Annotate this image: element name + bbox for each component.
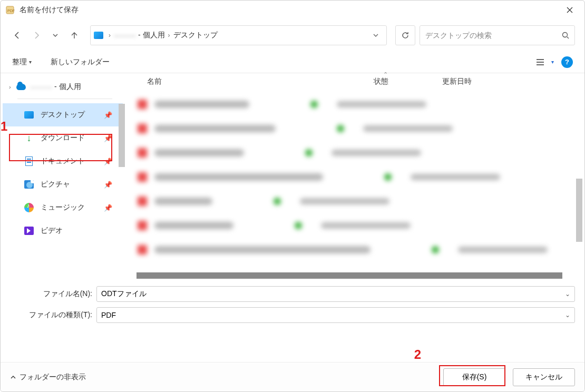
annotation-2: 2: [414, 347, 421, 362]
file-row[interactable]: [138, 238, 574, 262]
col-name[interactable]: 名前: [147, 77, 374, 86]
pin-icon[interactable]: 📌: [104, 181, 112, 189]
file-row[interactable]: [138, 213, 574, 238]
cancel-button[interactable]: キャンセル: [513, 368, 575, 386]
pin-icon[interactable]: 📌: [104, 111, 112, 119]
app-icon: PDF: [5, 5, 15, 15]
view-menu[interactable]: [535, 56, 548, 68]
search-icon[interactable]: [562, 32, 569, 39]
filetype-select[interactable]: PDF ⌄: [96, 307, 575, 323]
window-title: 名前を付けて保存: [19, 5, 559, 15]
breadcrumb[interactable]: › ——— - 個人用 › デスクトップ: [90, 25, 387, 45]
bottom-bar: フォルダーの非表示 保存(S) キャンセル: [1, 362, 584, 391]
divider: [17, 99, 112, 99]
sidebar-item-videos[interactable]: ビデオ: [3, 219, 123, 242]
vertical-scrollbar[interactable]: [576, 179, 582, 242]
nav-tree: › ——— - 個人用 デスクトップ 📌 ↓ ダウンロード 📌 ドキュメント 📌…: [1, 73, 125, 279]
breadcrumb-personal[interactable]: - 個人用: [137, 31, 166, 40]
forward-button[interactable]: [29, 28, 44, 43]
breadcrumb-leaf[interactable]: デスクトップ: [172, 31, 219, 40]
file-row[interactable]: [138, 165, 574, 189]
footer: ファイル名(N): ODTファイル ⌄ ファイルの種類(T): PDF ⌄: [1, 279, 584, 323]
onedrive-icon: [16, 84, 26, 90]
folder-icon: [94, 32, 103, 39]
back-button[interactable]: [10, 28, 25, 43]
toolbar: 整理▾ 新しいフォルダー ▾ ?: [1, 51, 584, 73]
file-row[interactable]: [138, 189, 574, 213]
up-button[interactable]: [67, 28, 82, 43]
file-rows: [125, 90, 584, 262]
sidebar-label: ピクチャ: [41, 180, 70, 189]
pin-icon[interactable]: 📌: [104, 204, 112, 212]
sidebar-item-pictures[interactable]: ピクチャ 📌: [3, 173, 123, 196]
search-input[interactable]: [425, 31, 562, 40]
title-bar: PDF 名前を付けて保存: [1, 1, 584, 19]
expand-icon[interactable]: ›: [9, 84, 16, 90]
nav-bar: › ——— - 個人用 › デスクトップ: [1, 19, 584, 51]
breadcrumb-redacted[interactable]: ———: [113, 31, 137, 40]
download-icon: ↓: [24, 133, 34, 143]
filename-value: ODTファイル: [101, 289, 565, 299]
sidebar-label: ドキュメント: [41, 156, 85, 166]
sidebar-label: デスクトップ: [41, 110, 85, 120]
filetype-value: PDF: [101, 311, 565, 319]
sort-indicator-icon[interactable]: ⌃: [383, 71, 388, 78]
horizontal-scrollbar[interactable]: [136, 272, 562, 279]
sidebar-label: ミュージック: [41, 203, 85, 212]
svg-text:PDF: PDF: [7, 9, 15, 13]
col-date[interactable]: 更新日時: [442, 77, 584, 86]
view-dropdown[interactable]: ▾: [551, 59, 554, 65]
save-button[interactable]: 保存(S): [443, 368, 505, 386]
chevron-up-icon: [10, 374, 16, 380]
new-folder-button[interactable]: 新しいフォルダー: [51, 57, 110, 67]
video-icon: [24, 226, 34, 236]
organize-menu[interactable]: 整理▾: [12, 57, 32, 67]
refresh-button[interactable]: [395, 25, 415, 45]
tree-redacted: ———: [30, 83, 52, 91]
chevron-right-icon: ›: [166, 32, 172, 39]
file-list: ⌃ 名前 状態 更新日時: [125, 73, 584, 279]
filename-label: ファイル名(N):: [10, 289, 96, 299]
search-box[interactable]: [420, 25, 575, 45]
file-row[interactable]: [138, 141, 574, 165]
hide-folders-toggle[interactable]: フォルダーの非表示: [10, 373, 86, 382]
pin-icon[interactable]: 📌: [104, 134, 112, 142]
picture-icon: [24, 180, 34, 189]
sidebar-item-documents[interactable]: ドキュメント 📌: [3, 150, 123, 173]
sidebar-item-downloads[interactable]: ↓ ダウンロード 📌: [3, 126, 123, 150]
sidebar-item-music[interactable]: ミュージック 📌: [3, 196, 123, 219]
chevron-down-icon[interactable]: ⌄: [565, 290, 570, 298]
document-icon: [24, 156, 34, 166]
sidebar-label: ビデオ: [41, 226, 63, 236]
help-button[interactable]: ?: [561, 56, 573, 68]
sidebar-item-desktop[interactable]: デスクトップ 📌: [3, 103, 123, 126]
chevron-right-icon: ›: [106, 32, 113, 39]
column-headers: 名前 状態 更新日時: [125, 73, 584, 90]
tree-onedrive-label: - 個人用: [54, 82, 81, 92]
chevron-down-icon[interactable]: ⌄: [565, 311, 570, 319]
recent-dropdown[interactable]: [48, 28, 63, 43]
file-row[interactable]: [138, 92, 574, 116]
pin-icon[interactable]: 📌: [104, 158, 112, 165]
annotation-1: 1: [1, 119, 7, 134]
col-state[interactable]: 状態: [374, 77, 442, 86]
svg-point-2: [563, 33, 568, 37]
close-button[interactable]: [559, 1, 580, 19]
content-area: › ——— - 個人用 デスクトップ 📌 ↓ ダウンロード 📌 ドキュメント 📌…: [1, 73, 584, 279]
tree-scrollbar[interactable]: [119, 104, 125, 167]
filename-input[interactable]: ODTファイル ⌄: [96, 286, 575, 302]
desktop-icon: [24, 110, 34, 120]
music-icon: [24, 203, 34, 212]
filetype-label: ファイルの種類(T):: [10, 310, 96, 320]
file-row[interactable]: [138, 116, 574, 141]
tree-onedrive[interactable]: › ——— - 個人用: [3, 77, 123, 96]
sidebar-label: ダウンロード: [41, 133, 85, 143]
breadcrumb-dropdown[interactable]: [368, 32, 383, 38]
